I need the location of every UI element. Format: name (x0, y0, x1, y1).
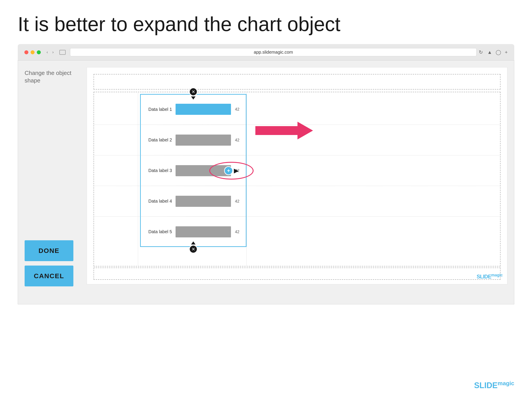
svg-marker-0 (255, 122, 313, 139)
slide-logo: SLIDEmagic (477, 273, 503, 280)
dashed-box-bottom (94, 267, 500, 280)
browser-chrome: ‹ › app.slidemagic.com ↻ ▲ ◯ + (18, 44, 514, 61)
dot-red[interactable] (24, 50, 28, 54)
expand-icon[interactable]: + (224, 166, 233, 175)
bottom-handle[interactable]: ✕ (188, 241, 198, 253)
expand-arrow-icon: ▶ (234, 167, 239, 174)
chart-row-2: Data label 2 42 (140, 125, 247, 155)
url-bar[interactable]: app.slidemagic.com (70, 48, 477, 56)
bar-2 (176, 134, 231, 146)
forward-button[interactable]: › (51, 50, 55, 55)
back-button[interactable]: ‹ (45, 50, 49, 55)
content-area: Change the object shape DONE CANCEL (18, 61, 514, 304)
page-title: It is better to expand the chart object (0, 0, 532, 44)
sidebar: Change the object shape DONE CANCEL (18, 61, 80, 304)
refresh-button[interactable]: ↻ (479, 50, 483, 55)
bar-value-4: 42 (235, 199, 239, 203)
nav-arrows: ‹ › (45, 50, 55, 55)
top-handle[interactable]: ✕ (188, 87, 198, 100)
row-label-1: Data label 1 (140, 107, 176, 112)
resize-handle-bottom-arrow (191, 241, 196, 245)
close-icon-bottom[interactable]: ✕ (189, 245, 197, 253)
menu-icon[interactable]: + (505, 50, 508, 55)
sidebar-buttons: DONE CANCEL (25, 240, 73, 295)
pink-oval: + ▶ (209, 162, 253, 180)
window-button[interactable] (59, 50, 66, 55)
dot-green[interactable] (37, 50, 41, 54)
chart-row-3: Data label 3 42 + ▶ (140, 155, 247, 186)
bar-5 (176, 226, 231, 237)
row-label-3: Data label 3 (140, 168, 176, 173)
slide-area: ✕ ✕ Data label 1 42 (80, 61, 514, 304)
row-label-4: Data label 4 (140, 199, 176, 204)
dashed-box-top (94, 74, 500, 89)
row-label-2: Data label 2 (140, 137, 176, 143)
bar-value-2: 42 (235, 138, 239, 142)
close-icon[interactable]: ✕ (189, 88, 197, 96)
grid-line-v2 (247, 92, 247, 266)
bookmark-icon[interactable]: ◯ (496, 50, 501, 55)
grid-line-v1 (138, 92, 138, 266)
browser-dots (24, 50, 41, 54)
resize-handle-top (191, 96, 196, 100)
chart-row-4: Data label 4 42 (140, 186, 247, 216)
cancel-button[interactable]: CANCEL (25, 266, 73, 286)
done-button[interactable]: DONE (25, 240, 73, 261)
share-icon[interactable]: ▲ (487, 50, 492, 55)
row-label-5: Data label 5 (140, 229, 176, 234)
chart-container[interactable]: ✕ ✕ Data label 1 42 (140, 94, 247, 247)
sidebar-label: Change the object shape (25, 69, 73, 84)
dot-yellow[interactable] (31, 50, 35, 54)
big-arrow (255, 122, 313, 139)
browser-actions: ▲ ◯ + (487, 50, 508, 55)
bar-1 (176, 104, 231, 115)
page-logo: SLIDEmagic (474, 380, 514, 390)
bar-value-5: 42 (235, 229, 239, 234)
slide-canvas: ✕ ✕ Data label 1 42 (87, 67, 507, 284)
bar-4 (176, 196, 231, 207)
bar-value-1: 42 (235, 107, 239, 112)
